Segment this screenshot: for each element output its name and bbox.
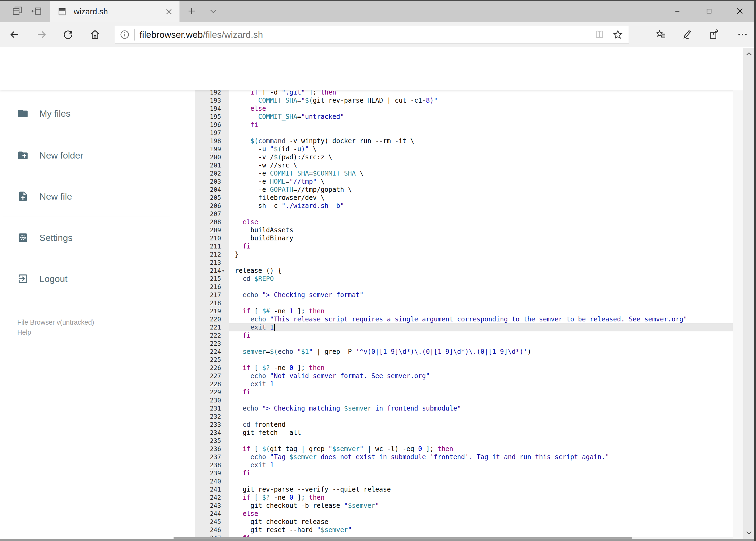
sidebar-item-new-folder[interactable]: New folder [17,143,84,168]
refresh-icon[interactable] [61,22,76,47]
code-line-236[interactable]: 236 if [ $(git tag | grep "$semver" | wc… [173,445,733,453]
home-icon[interactable] [88,22,103,47]
code-line-215[interactable]: 215 cd $REPO [173,275,733,283]
back-icon[interactable] [7,22,22,47]
scroll-up-icon[interactable] [743,48,754,60]
line-number: 242 [195,493,229,502]
code-line-227[interactable]: 227 echo "Not valid semver format. See s… [173,372,733,380]
code-line-218[interactable]: 218 [173,299,733,307]
code-line-196[interactable]: 196 fi [173,121,733,129]
sidebar-footer: File Browser v(untracked) Help [17,317,94,337]
code-line-224[interactable]: 224 semver=$(echo "$1" | grep -P '^v(0|[… [173,347,733,356]
hub-favorites-icon[interactable] [653,22,668,47]
code-text: $(command -v winpty) docker run --rm -it… [235,137,414,145]
help-link[interactable]: Help [17,327,94,337]
share-page-icon[interactable] [707,22,722,47]
code-line-220[interactable]: 220 echo "This release script requires a… [173,315,733,323]
code-line-208[interactable]: 208 else [173,218,733,226]
forward-icon[interactable] [34,22,49,47]
set-tabs-aside-icon[interactable] [28,0,46,22]
code-line-240[interactable]: 240 [173,477,733,485]
browser-menu-icon[interactable] [735,22,750,47]
browser-tab[interactable]: wizard.sh [50,1,179,22]
line-number: 222 [195,331,229,339]
code-line-198[interactable]: 198 $(command -v winpty) docker run --rm… [173,137,733,145]
code-text: git checkout -b release "$semver" [235,502,379,510]
sidebar-item-logout[interactable]: Logout [17,267,68,291]
code-line-245[interactable]: 245 git checkout release [173,518,733,526]
sidebar-item-my-files[interactable]: My files [17,101,71,126]
fold-arrow-icon[interactable]: ▾ [222,267,224,275]
code-line-197[interactable]: 197 [173,129,733,137]
favorite-star-icon[interactable] [613,29,623,40]
window-maximize-button[interactable] [695,0,722,22]
tab-close-icon[interactable] [165,8,173,16]
code-line-192[interactable]: 192 if [ -d ".git" ]; then [173,90,733,96]
code-line-222[interactable]: 222 fi [173,331,733,339]
code-line-204[interactable]: 204 -e GOPATH=//tmp/gopath \ [173,186,733,194]
window-close-button[interactable] [726,0,753,22]
code-line-231[interactable]: 231 echo "> Checking matching $semver in… [173,404,733,412]
code-line-244[interactable]: 244 else [173,510,733,518]
code-line-238[interactable]: 238 exit 1 [173,461,733,469]
code-line-225[interactable]: 225 [173,356,733,364]
code-line-199[interactable]: 199 -u "$(id -u)" \ [173,145,733,153]
code-line-207[interactable]: 207 [173,210,733,218]
vertical-scrollbar[interactable] [743,48,754,539]
code-line-200[interactable]: 200 -v /$(pwd):/src:z \ [173,153,733,161]
code-text: exit 1 [235,461,274,469]
sidebar-item-settings[interactable]: Settings [17,226,73,250]
scroll-down-icon[interactable] [743,526,754,539]
address-bar[interactable]: filebrowser.web/files/wizard.sh [115,26,629,44]
code-text: else [235,510,258,518]
site-info-icon[interactable] [119,29,130,40]
code-line-193[interactable]: 193 COMMIT_SHA="$(git rev-parse HEAD | c… [173,96,733,105]
code-line-214[interactable]: 214▾release () { [173,267,733,275]
code-line-233[interactable]: 233 cd frontend [173,420,733,429]
tab-preview-icon[interactable] [8,0,26,22]
code-line-242[interactable]: 242 if [ $? -ne 0 ]; then [173,493,733,502]
code-line-219[interactable]: 219 if [ $# -ne 1 ]; then [173,307,733,315]
code-line-217[interactable]: 217 echo "> Checking semver format" [173,291,733,299]
code-line-235[interactable]: 235 [173,437,733,445]
sidebar-item-new-file[interactable]: New file [17,184,72,209]
url-text[interactable]: filebrowser.web/files/wizard.sh [139,29,263,40]
code-line-232[interactable]: 232 [173,412,733,420]
code-line-243[interactable]: 243 git checkout -b release "$semver" [173,502,733,510]
code-line-195[interactable]: 195 COMMIT_SHA="untracked" [173,113,733,121]
code-line-223[interactable]: 223 [173,339,733,347]
line-number: 240 [195,477,229,485]
line-number: 223 [195,339,229,347]
code-line-206[interactable]: 206 sh -c "./wizard.sh -b" [173,202,733,210]
code-line-201[interactable]: 201 -w //src \ [173,161,733,169]
code-line-234[interactable]: 234 git fetch --all [173,429,733,437]
code-editor[interactable]: 192 if [ -d ".git" ]; then193 COMMIT_SHA… [173,90,756,541]
code-line-202[interactable]: 202 -e COMMIT_SHA=$COMMIT_SHA \ [173,169,733,178]
code-line-213[interactable]: 213 [173,259,733,267]
code-line-230[interactable]: 230 [173,396,733,404]
line-number: 231 [195,404,229,412]
code-line-226[interactable]: 226 if [ $? -ne 0 ]; then [173,364,733,372]
code-line-203[interactable]: 203 -e HOME="//tmp" \ [173,178,733,186]
code-line-194[interactable]: 194 else [173,105,733,113]
code-text: echo "> Checking matching $semver in fro… [235,404,461,412]
code-line-205[interactable]: 205 filebrowser/dev \ [173,194,733,202]
code-line-229[interactable]: 229 fi [173,388,733,396]
code-line-246[interactable]: 246 git reset --hard "$semver" [173,526,733,534]
tab-list-chevron-icon[interactable] [205,0,221,22]
code-line-239[interactable]: 239 fi [173,469,733,477]
window-minimize-button[interactable] [664,0,691,22]
ink-notes-icon[interactable] [679,22,694,47]
code-line-212[interactable]: 212} [173,251,733,259]
code-lines: 192 if [ -d ".git" ]; then193 COMMIT_SHA… [173,90,733,541]
code-line-221[interactable]: 221 exit 1 [173,323,733,331]
code-line-241[interactable]: 241 git rev-parse --verify --quiet relea… [173,485,733,493]
code-line-211[interactable]: 211 fi [173,242,733,251]
code-line-216[interactable]: 216 [173,283,733,291]
code-line-237[interactable]: 237 echo "Tag $semver does not exist in … [173,453,733,461]
new-tab-button[interactable] [183,0,200,22]
code-line-209[interactable]: 209 buildAssets [173,226,733,234]
code-line-228[interactable]: 228 exit 1 [173,380,733,388]
code-line-210[interactable]: 210 buildBinary [173,234,733,242]
code-text: buildBinary [235,234,293,242]
